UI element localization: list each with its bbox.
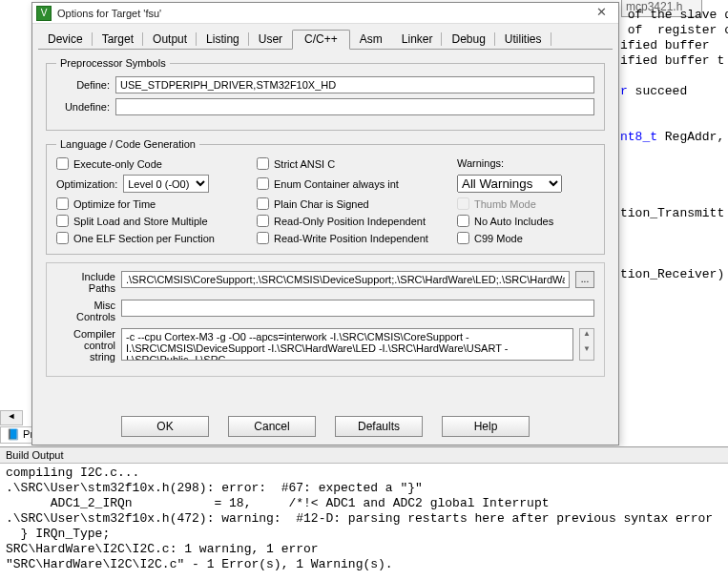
optimize-time-checkbox[interactable]: [56, 197, 69, 210]
include-paths-label: Include Paths: [56, 271, 115, 294]
code-frag: ified buffer: [620, 38, 710, 52]
code-keyword: r: [620, 84, 628, 98]
include-paths-browse-button[interactable]: ...: [575, 271, 594, 288]
compiler-string-label: Compiler control string: [56, 328, 115, 362]
rw-pi-label: Read-Write Position Independent: [274, 233, 428, 244]
misc-controls-input[interactable]: [121, 300, 594, 317]
tab-asm[interactable]: Asm: [350, 30, 392, 49]
code-frag: succeed: [628, 84, 687, 98]
tab-target[interactable]: Target: [93, 30, 143, 49]
paths-group: Include Paths ... Misc Controls Compiler…: [46, 262, 605, 377]
dialog-title: Options for Target 'fsu': [57, 8, 588, 19]
cancel-button[interactable]: Cancel: [228, 416, 316, 437]
tab-listing[interactable]: Listing: [197, 30, 249, 49]
split-load-label: Split Load and Store Multiple: [73, 216, 208, 227]
define-label: Define:: [56, 79, 110, 91]
optimize-time-label: Optimize for Time: [73, 198, 156, 210]
code-frag: of the slave d: [620, 8, 728, 22]
thumb-mode-label: Thumb Mode: [474, 198, 536, 210]
close-button[interactable]: ✕: [588, 5, 614, 22]
build-output-header: Build Output: [0, 447, 728, 464]
tab-strip: Device Target Output Listing User C/C++ …: [32, 24, 618, 49]
code-frag: tion_Receiver): [620, 267, 724, 281]
tab-debug[interactable]: Debug: [442, 30, 494, 49]
compiler-string-scrollbar[interactable]: ▲▼: [579, 328, 594, 361]
build-line: compiling I2C.c...: [6, 466, 139, 480]
dialog-button-row: OK Cancel Defaults Help: [32, 416, 618, 437]
strict-ansi-checkbox[interactable]: [257, 157, 269, 170]
enum-int-checkbox[interactable]: [257, 177, 269, 190]
help-button[interactable]: Help: [442, 416, 530, 437]
code-frag: RegAddr,: [657, 130, 724, 144]
plain-char-checkbox[interactable]: [257, 197, 269, 210]
enum-int-label: Enum Container always int: [274, 178, 399, 190]
code-frag: tion_Transmitt: [620, 206, 724, 220]
undefine-input[interactable]: [115, 98, 594, 115]
build-line: .\SRC\User\stm32f10x.h(472): warning: #1…: [6, 511, 713, 526]
thumb-mode-checkbox: [457, 197, 469, 210]
c99-mode-label: C99 Mode: [474, 233, 523, 244]
define-input[interactable]: [115, 76, 594, 93]
scroll-up-icon[interactable]: ▲: [580, 329, 593, 344]
strict-ansi-label: Strict ANSI C: [274, 158, 335, 170]
no-auto-includes-checkbox[interactable]: [457, 215, 469, 227]
defaults-button[interactable]: Defaults: [335, 416, 423, 437]
include-paths-input[interactable]: [121, 271, 570, 288]
ro-pi-checkbox[interactable]: [257, 215, 269, 227]
build-output-body[interactable]: compiling I2C.c... .\SRC\User\stm32f10x.…: [0, 464, 728, 578]
tab-utilities[interactable]: Utilities: [495, 30, 551, 49]
build-line: SRC\HardWare\I2C\I2C.c: 1 warning, 1 err…: [6, 542, 319, 556]
build-line: ADC1_2_IRQn = 18, /*!< ADC1 and ADC2 glo…: [6, 496, 550, 510]
build-line: "SRC\HardWare\I2C\I2C.c" - 1 Error(s), 1…: [6, 557, 393, 571]
warnings-select[interactable]: All Warnings: [457, 175, 562, 193]
dialog-titlebar: V Options for Target 'fsu' ✕: [32, 3, 618, 24]
compiler-string-textarea[interactable]: -c --cpu Cortex-M3 -g -O0 --apcs=interwo…: [121, 328, 573, 361]
split-load-checkbox[interactable]: [56, 215, 69, 227]
one-elf-label: One ELF Section per Function: [73, 233, 215, 244]
plain-char-label: Plain Char is Signed: [274, 198, 369, 210]
warnings-label: Warnings:: [457, 157, 594, 169]
rw-pi-checkbox[interactable]: [257, 232, 269, 244]
optimization-label: Optimization:: [56, 178, 117, 190]
build-line: } IRQn_Type;: [6, 527, 110, 541]
build-output-panel: Build Output compiling I2C.c... .\SRC\Us…: [0, 446, 728, 578]
code-type: nt8_t: [620, 130, 657, 144]
execute-only-label: Execute-only Code: [73, 158, 162, 170]
tab-device[interactable]: Device: [38, 30, 93, 49]
app-icon: V: [36, 6, 52, 21]
project-scroll-left[interactable]: ◄: [0, 410, 23, 425]
no-auto-includes-label: No Auto Includes: [474, 216, 553, 227]
one-elf-checkbox[interactable]: [56, 232, 69, 244]
tab-linker[interactable]: Linker: [392, 30, 443, 49]
language-group: Language / Code Generation Execute-only …: [46, 138, 605, 255]
tab-cc[interactable]: C/C++: [292, 30, 350, 50]
c99-mode-checkbox[interactable]: [457, 232, 469, 244]
options-dialog: V Options for Target 'fsu' ✕ Device Targ…: [31, 2, 619, 445]
preprocessor-group: Preprocessor Symbols Define: Undefine:: [46, 57, 605, 131]
optimization-select[interactable]: Level 0 (-O0): [123, 175, 209, 193]
ok-button[interactable]: OK: [121, 416, 209, 437]
scroll-down-icon[interactable]: ▼: [580, 344, 593, 360]
execute-only-checkbox[interactable]: [56, 157, 69, 170]
tab-output[interactable]: Output: [143, 30, 197, 49]
code-frag: of register o: [620, 23, 728, 37]
preprocessor-legend: Preprocessor Symbols: [56, 57, 170, 69]
code-frag: ified buffer t: [620, 53, 724, 68]
tab-user[interactable]: User: [249, 30, 292, 49]
ro-pi-label: Read-Only Position Independent: [274, 216, 426, 227]
language-legend: Language / Code Generation: [56, 138, 199, 150]
undefine-label: Undefine:: [56, 101, 110, 113]
misc-controls-label: Misc Controls: [56, 300, 115, 322]
build-line: .\SRC\User\stm32f10x.h(298): error: #67:…: [6, 481, 423, 495]
